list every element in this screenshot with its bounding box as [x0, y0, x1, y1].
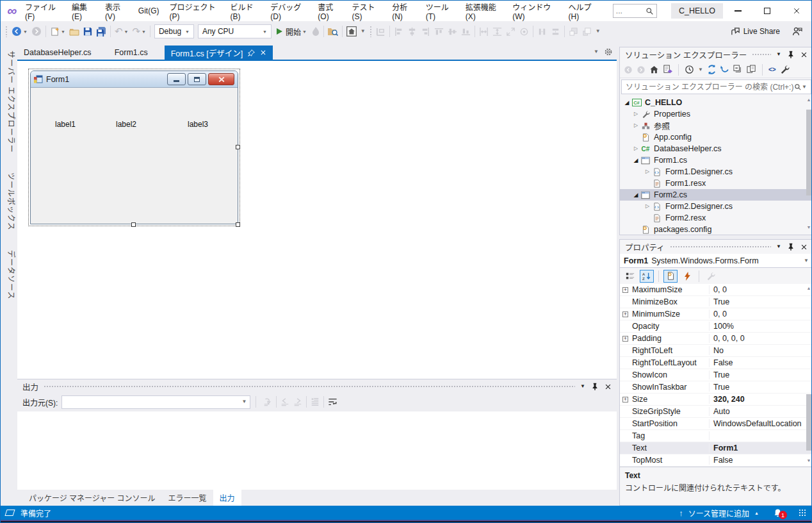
undo-dropdown-icon[interactable]: ▼: [124, 29, 128, 34]
save-button[interactable]: [81, 24, 94, 39]
solution-platforms-combo[interactable]: Any CPU ▼: [198, 24, 272, 38]
pin-icon[interactable]: [787, 51, 795, 58]
align-tops-button[interactable]: [432, 24, 446, 39]
add-to-source-control-button[interactable]: ソース管理に追加: [688, 508, 749, 519]
property-grid-scrollbar[interactable]: ▲ ▼: [805, 284, 812, 467]
property-row-topmost[interactable]: TopMostFalse: [620, 454, 812, 467]
property-row-opacity[interactable]: Opacity100%: [620, 320, 812, 333]
word-wrap-button[interactable]: [326, 394, 339, 410]
tab-error-list[interactable]: エラー一覧: [162, 490, 213, 506]
form-client-area[interactable]: label1 label2 label3: [31, 88, 238, 224]
make-same-height-button[interactable]: [491, 24, 504, 39]
align-bottoms-button[interactable]: [459, 24, 473, 39]
menu-format[interactable]: 書式(O): [313, 0, 346, 24]
solution-explorer-search-box[interactable]: ▼: [621, 79, 811, 94]
se-forward-icon[interactable]: [637, 65, 646, 74]
output-source-value[interactable]: [65, 397, 241, 407]
tab-form1-cs[interactable]: Form1.cs: [108, 46, 154, 60]
expander-icon[interactable]: ▷: [643, 169, 652, 174]
menu-edit[interactable]: 編集(E): [67, 0, 100, 24]
new-project-button[interactable]: ▼: [48, 24, 67, 39]
collapse-all-icon[interactable]: [733, 65, 743, 74]
menu-test[interactable]: テスト(S): [346, 0, 387, 24]
resize-handle-bottom[interactable]: [131, 222, 136, 227]
menu-file[interactable]: ファイル(F): [20, 0, 67, 24]
property-row-righttoleft[interactable]: RightToLeftNo: [620, 345, 812, 357]
scrollbar-thumb[interactable]: [806, 394, 811, 451]
close-icon[interactable]: [800, 244, 808, 251]
navigate-forward-button[interactable]: [29, 24, 44, 39]
new-dropdown-icon[interactable]: ▼: [61, 29, 65, 34]
layout-overflow-button[interactable]: ▼: [594, 24, 603, 39]
property-row-righttoleftlayout[interactable]: RightToLeftLayoutFalse: [620, 357, 812, 369]
close-tab-button[interactable]: [260, 49, 266, 56]
snap-to-grid-button[interactable]: [374, 24, 387, 39]
expand-icon[interactable]: +: [622, 397, 628, 403]
clear-all-button[interactable]: [309, 394, 321, 410]
categorized-button[interactable]: [623, 270, 637, 283]
properties-wrench-icon[interactable]: [780, 65, 790, 74]
property-row-sizegripstyle[interactable]: SizeGripStyleAuto: [620, 406, 812, 418]
property-row-tag[interactable]: Tag: [620, 430, 812, 442]
tab-form1-designer[interactable]: Form1.cs [デザイン]: [165, 46, 273, 60]
pin-tab-button[interactable]: [248, 49, 255, 56]
expand-icon[interactable]: +: [622, 336, 628, 342]
menu-window[interactable]: ウィンドウ(W): [507, 0, 563, 24]
refresh-icon[interactable]: [720, 65, 729, 74]
property-row-showicon[interactable]: ShowIconTrue: [620, 369, 812, 381]
menu-view[interactable]: 表示(V): [100, 0, 133, 24]
show-all-files-icon[interactable]: [747, 65, 756, 74]
tab-list-dropdown-icon[interactable]: ▼: [594, 49, 599, 54]
properties-view-button[interactable]: [663, 270, 678, 283]
tree-item-form1-resx[interactable]: Form1.resx: [620, 178, 812, 189]
property-row-minimizebox[interactable]: MinimizeBoxTrue: [620, 296, 812, 308]
close-button[interactable]: [782, 1, 811, 21]
align-middles-button[interactable]: [446, 24, 459, 39]
redo-dropdown-icon[interactable]: ▼: [142, 29, 146, 34]
selected-object-combo[interactable]: Form1 System.Windows.Forms.Form ▼: [620, 254, 812, 268]
tree-item-references[interactable]: ▷ 参照: [620, 120, 812, 131]
resize-handle-right[interactable]: [236, 145, 240, 149]
tree-item-form1[interactable]: ◢ Form1.cs: [620, 154, 812, 166]
property-row-showintaskbar[interactable]: ShowInTaskbarTrue: [620, 381, 812, 394]
expand-icon[interactable]: +: [622, 311, 628, 317]
previous-message-button[interactable]: [279, 394, 291, 410]
properties-header[interactable]: プロパティ ▼: [620, 240, 812, 254]
output-content[interactable]: [17, 411, 617, 490]
expander-icon[interactable]: ▷: [631, 123, 640, 128]
tree-item-project[interactable]: ◢ C# C_HELLO: [620, 97, 812, 108]
pin-icon[interactable]: [787, 243, 795, 251]
scroll-down-icon[interactable]: ▼: [807, 225, 811, 229]
resize-handle-bottom-right[interactable]: [236, 222, 240, 227]
navigate-home-button[interactable]: [345, 24, 359, 39]
label3-control[interactable]: label3: [188, 120, 208, 129]
close-icon[interactable]: [605, 383, 612, 390]
tree-item-databasehelper[interactable]: ▷ C# DatabaseHelper.cs: [620, 143, 812, 154]
se-home-icon[interactable]: [649, 65, 659, 74]
menu-help[interactable]: ヘルプ(H): [564, 0, 604, 24]
hot-reload-button[interactable]: [310, 24, 321, 39]
find-in-files-button[interactable]: [326, 24, 340, 39]
view-code-icon[interactable]: <>: [768, 66, 776, 73]
solution-tree-scrollbar[interactable]: ▲ ▼: [805, 95, 812, 235]
layout-toolbar-grip[interactable]: [369, 26, 372, 37]
expand-icon[interactable]: +: [622, 287, 628, 293]
events-button[interactable]: [680, 270, 694, 283]
filter-dropdown-icon[interactable]: ▼: [698, 67, 703, 72]
next-message-button[interactable]: [291, 394, 304, 410]
tab-toolbox[interactable]: ツールボックス: [1, 166, 17, 237]
tree-item-form2-resx[interactable]: Form2.resx: [620, 212, 812, 224]
toolbar-overflow-button[interactable]: ▼: [359, 24, 368, 39]
expander-icon[interactable]: ◢: [631, 157, 640, 163]
tree-item-form2[interactable]: ◢ Form2.cs: [620, 189, 812, 201]
horizontal-spacing-button[interactable]: [535, 24, 549, 39]
property-row-padding[interactable]: +Padding0, 0, 0, 0: [620, 333, 812, 345]
size-to-grid-button[interactable]: [517, 24, 531, 39]
output-menu-dropdown-icon[interactable]: ▼: [580, 384, 585, 389]
tree-item-form2-designer[interactable]: ▷ Form2.Designer.cs: [620, 201, 812, 212]
label2-control[interactable]: label2: [116, 120, 136, 129]
solution-explorer-search-input[interactable]: [626, 83, 794, 92]
property-row-text[interactable]: TextForm1: [620, 442, 812, 454]
send-to-back-button[interactable]: [580, 24, 594, 39]
tree-item-packages-config[interactable]: packages.config: [620, 224, 812, 235]
